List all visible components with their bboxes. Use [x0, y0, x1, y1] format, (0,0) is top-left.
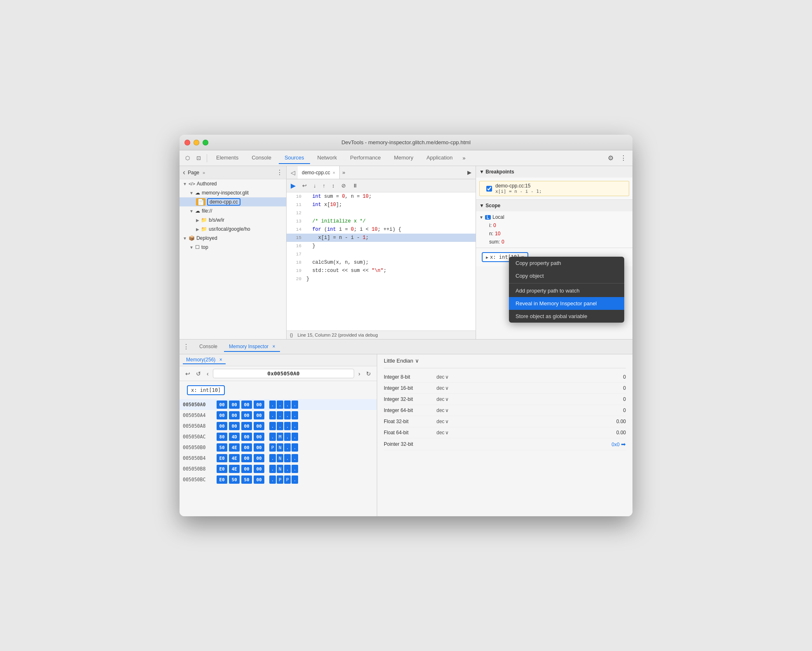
top-icon: ☐	[195, 244, 200, 250]
tree-memory-inspector[interactable]: ▼ ☁ memory-inspector.glit	[180, 188, 286, 197]
tab-performance[interactable]: Performance	[344, 152, 386, 164]
tab-elements[interactable]: Elements	[210, 152, 244, 164]
sidebar-menu[interactable]: ⋮	[276, 169, 283, 176]
type-format[interactable]: dec ∨	[436, 407, 449, 413]
char: .	[284, 422, 291, 430]
pointer-link-icon[interactable]: ➡	[621, 441, 626, 447]
type-format[interactable]: dec ∨	[436, 430, 449, 436]
byte: 50	[241, 475, 252, 484]
tab-sources[interactable]: Sources	[279, 152, 310, 164]
debug-pause-ex[interactable]: ⏸	[350, 181, 360, 190]
more-tabs[interactable]: »	[460, 153, 468, 163]
debug-resume[interactable]: ▶	[288, 180, 298, 191]
tab-application[interactable]: Application	[421, 152, 459, 164]
line-num: 13	[288, 219, 301, 224]
tree-deployed[interactable]: ▼ 📦 Deployed	[180, 234, 286, 243]
ctx-store-global[interactable]: Store object as global variable	[509, 310, 624, 323]
tree-top[interactable]: ▼ ☐ top	[180, 243, 286, 252]
scope-header[interactable]: ▼ Scope	[476, 200, 632, 211]
bottom-tab-console[interactable]: Console	[194, 342, 222, 352]
memory-subtab-close[interactable]: ×	[219, 357, 222, 363]
close-button[interactable]	[184, 140, 190, 145]
code-tab-close[interactable]: ×	[333, 170, 335, 175]
code-tab-demo[interactable]: demo-cpp.cc ×	[298, 166, 340, 179]
breakpoints-header[interactable]: ▼ Breakpoints	[476, 166, 632, 178]
bottom-tab-memory[interactable]: Memory Inspector ×	[224, 342, 280, 352]
char: N	[277, 443, 283, 452]
byte: 00	[254, 475, 264, 484]
row-chars: . . . .	[269, 411, 298, 419]
tree-arrow3: ▼	[189, 209, 194, 213]
ctx-copy-path[interactable]: Copy property path	[509, 257, 624, 269]
type-ptr32: Pointer 32-bit - 0x0 ➡	[384, 438, 626, 450]
char: .	[269, 475, 276, 484]
nav-back[interactable]: ↩	[184, 370, 192, 378]
type-format[interactable]: dec ∨	[436, 374, 449, 380]
nav-prev[interactable]: ‹	[205, 370, 210, 378]
folder-icon2: 📁	[201, 226, 207, 232]
row-bytes: 00 00 00 00	[217, 422, 264, 430]
tree-file[interactable]: ▼ ☁ file://	[180, 206, 286, 215]
ctx-reveal-memory[interactable]: Reveal in Memory Inspector panel	[509, 297, 624, 310]
code-more-tabs[interactable]: »	[340, 168, 348, 177]
type-label: Pointer 32-bit	[384, 441, 433, 447]
maximize-button[interactable]	[203, 140, 208, 145]
tree-bsw-label: b/s/w/ir	[209, 217, 224, 223]
bottom-tab-close[interactable]: ×	[272, 344, 275, 349]
row-addr: 005050A0	[183, 402, 212, 407]
memory-row-4: 005050B0 50 4E 00 00 P N . .	[180, 442, 377, 453]
row-addr: 005050BC	[183, 477, 212, 482]
debug-step-into[interactable]: ↑	[320, 181, 328, 190]
nav-next[interactable]: ›	[357, 370, 362, 378]
breakpoint-checkbox[interactable]	[486, 186, 492, 192]
tree-usr[interactable]: ▶ 📁 usr/local/google/ho	[180, 225, 286, 234]
type-format[interactable]: dec ∨	[436, 419, 449, 424]
tab-console[interactable]: Console	[246, 152, 277, 164]
code-run[interactable]: ▶	[465, 168, 474, 177]
nav-forward[interactable]: ↺	[194, 370, 203, 378]
sidebar-more[interactable]: »	[203, 170, 205, 175]
settings-button[interactable]: ⚙	[605, 152, 616, 164]
cloud-icon2: ☁	[195, 208, 200, 214]
line-text: calcSum(x, n, sum);	[306, 260, 369, 265]
byte: 00	[217, 411, 227, 419]
tab-network[interactable]: Network	[312, 152, 343, 164]
char: P	[277, 475, 283, 484]
var-i-val: 0	[493, 222, 496, 228]
row-bytes: 50 4E 00 00	[217, 443, 264, 452]
tab-memory[interactable]: Memory	[388, 152, 419, 164]
type-val-link[interactable]: 0x0 ➡	[611, 441, 626, 447]
char: M	[277, 433, 283, 441]
line-num: 12	[288, 211, 301, 215]
minimize-button[interactable]	[194, 140, 199, 145]
byte: 50	[229, 475, 240, 484]
address-input[interactable]	[213, 369, 355, 378]
endian-selector[interactable]: Little Endian ∨	[384, 358, 626, 368]
debug-deactivate[interactable]: ⊘	[339, 181, 348, 190]
bottom-dots[interactable]: ⋮	[183, 343, 189, 351]
debug-step-over[interactable]: ↓	[311, 181, 319, 190]
char: .	[269, 465, 276, 473]
code-content: 10 int sum = 0, n = 10; 11 int x[10]; 12	[287, 192, 476, 330]
memory-subtab[interactable]: Memory(256) ×	[183, 356, 226, 364]
nav-refresh[interactable]: ↻	[364, 370, 373, 378]
debug-pause[interactable]: ↩	[300, 181, 309, 190]
menu-button[interactable]: ⋮	[618, 152, 629, 164]
byte: E0	[217, 465, 227, 473]
tree-authored[interactable]: ▼ </> Authored	[180, 179, 286, 188]
device-toggle[interactable]: ⊡	[194, 153, 203, 163]
sidebar-title: Page	[188, 170, 199, 176]
ctx-add-watch[interactable]: Add property path to watch	[509, 284, 624, 297]
ctx-copy-object[interactable]: Copy object	[509, 269, 624, 282]
code-nav-back[interactable]: ◁	[288, 168, 298, 178]
byte: 00	[254, 465, 264, 473]
type-format[interactable]: dec ∨	[436, 385, 449, 391]
sidebar-back[interactable]: ‹	[183, 168, 185, 177]
cursor-tool[interactable]: ⬡	[183, 153, 192, 163]
type-format[interactable]: dec ∨	[436, 396, 449, 402]
tree-demo-cpp[interactable]: 📄 demo-cpp.cc	[180, 197, 286, 206]
debug-step-out[interactable]: ↕	[329, 181, 337, 190]
row-addr: 005050A4	[183, 412, 212, 418]
memory-tag-row: x: int[10]	[180, 381, 377, 399]
tree-bsw[interactable]: ▶ 📁 b/s/w/ir	[180, 215, 286, 225]
